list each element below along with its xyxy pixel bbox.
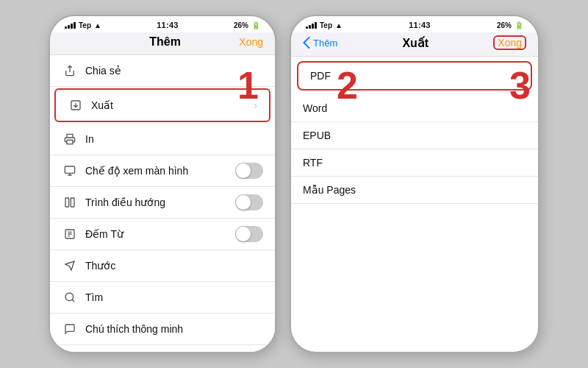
word-label: Word [303, 102, 526, 114]
signal-bars [65, 22, 76, 29]
bar3 [71, 24, 73, 29]
right-battery-icon: 🔋 [514, 21, 523, 29]
svg-rect-1 [67, 140, 73, 144]
carrier-name: Tep [79, 21, 91, 29]
in-label: In [85, 133, 263, 145]
right-battery: 26% [497, 21, 512, 29]
right-status-left: Tep ▲ [306, 21, 343, 29]
trinh-toggle[interactable] [235, 194, 263, 210]
xuat-label: Xuất [91, 99, 254, 111]
export-item-epub[interactable]: EPUB [291, 122, 538, 149]
menu-item-chia-se[interactable]: Chia sẻ [50, 55, 275, 87]
print-icon [62, 131, 78, 147]
export-item-rtf[interactable]: RTF [291, 149, 538, 177]
dem-tu-label: Đếm Từ [85, 228, 235, 240]
comment-icon [62, 321, 78, 337]
menu-item-xuat[interactable]: Xuất › [54, 88, 270, 122]
share-icon [62, 63, 78, 79]
right-status-bar: Tep ▲ 11:43 26% 🔋 [291, 16, 538, 32]
menu-item-chu-thich[interactable]: Chú thích thông minh [50, 314, 275, 345]
right-phone: Tep ▲ 11:43 26% 🔋 Thêm Xuất Xong PDF [290, 15, 539, 353]
left-status-bar: Tep ▲ 11:43 26% 🔋 [50, 16, 275, 32]
svg-rect-2 [65, 166, 74, 173]
export-item-pdf[interactable]: PDF [297, 61, 532, 91]
export-item-mau-pages[interactable]: Mẫu Pages [291, 177, 538, 204]
tim-label: Tìm [85, 291, 263, 303]
mau-pages-label: Mẫu Pages [303, 184, 526, 196]
phones-container: Tep ▲ 11:43 26% 🔋 Thêm Xong [49, 15, 539, 353]
track-icon [62, 353, 78, 353]
left-status-left: Tep ▲ [65, 21, 101, 29]
rtf-label: RTF [303, 157, 526, 169]
pdf-label: PDF [310, 70, 519, 82]
search-icon [62, 289, 78, 305]
right-signal-bars [306, 22, 317, 29]
back-button[interactable]: Thêm [303, 37, 337, 49]
r-bar1 [306, 26, 308, 29]
trinh-label: Trình điều hướng [85, 197, 235, 208]
wifi-icon: ▲ [94, 21, 101, 29]
left-phone: Tep ▲ 11:43 26% 🔋 Thêm Xong [49, 15, 276, 353]
xuat-chevron: › [254, 99, 257, 111]
right-nav-title: Xuất [337, 36, 493, 50]
left-menu-list: Chia sẻ Xuất › [50, 55, 275, 353]
svg-point-11 [65, 293, 74, 301]
menu-item-tim[interactable]: Tìm [50, 282, 275, 314]
right-wifi-icon: ▲ [335, 21, 343, 29]
r-bar2 [309, 25, 311, 29]
menu-item-che-do[interactable]: Chế độ xem màn hình [50, 155, 275, 187]
che-do-label: Chế độ xem màn hình [85, 165, 235, 177]
epub-label: EPUB [303, 130, 526, 141]
menu-item-in[interactable]: In [50, 124, 275, 155]
menu-item-theo-doi[interactable]: Theo dõi Thay đổi › [50, 345, 275, 353]
menu-item-thuoc[interactable]: Thước [50, 250, 275, 282]
svg-line-12 [72, 300, 74, 302]
svg-rect-6 [71, 198, 74, 207]
left-status-right: 26% 🔋 [234, 21, 260, 29]
ruler-icon [62, 258, 78, 274]
right-time: 11:43 [409, 21, 431, 29]
battery-icon: 🔋 [251, 21, 260, 29]
battery-percent: 26% [234, 21, 248, 29]
thuoc-label: Thước [85, 260, 263, 272]
export-icon [68, 97, 84, 113]
right-done-button[interactable]: Xong [493, 35, 526, 50]
count-icon [62, 226, 78, 242]
dem-tu-toggle[interactable] [235, 226, 263, 242]
bar1 [65, 26, 67, 29]
display-icon [62, 163, 78, 179]
left-time: 11:43 [157, 21, 179, 29]
chu-thich-label: Chú thích thông minh [85, 323, 263, 335]
r-bar4 [315, 22, 317, 29]
che-do-toggle[interactable] [235, 163, 263, 179]
chia-se-label: Chia sẻ [85, 65, 263, 77]
export-list: PDF Word EPUB RTF Mẫu Pages [291, 57, 538, 204]
right-carrier: Tep [320, 21, 332, 29]
right-nav-bar: Thêm Xuất Xong [291, 32, 538, 57]
left-done-button[interactable]: Xong [239, 36, 263, 48]
svg-rect-5 [65, 198, 69, 207]
back-label: Thêm [313, 38, 337, 49]
r-bar3 [312, 24, 314, 29]
left-nav-title: Thêm [91, 35, 239, 49]
bar4 [74, 22, 76, 29]
nav-icon [62, 194, 78, 210]
export-item-word[interactable]: Word [291, 95, 538, 122]
right-status-right: 26% 🔋 [497, 21, 523, 29]
menu-item-trinh[interactable]: Trình điều hướng [50, 187, 275, 219]
menu-item-dem-tu[interactable]: Đếm Từ [50, 219, 275, 250]
left-nav-bar: Thêm Xong [50, 32, 275, 55]
bar2 [68, 25, 70, 29]
